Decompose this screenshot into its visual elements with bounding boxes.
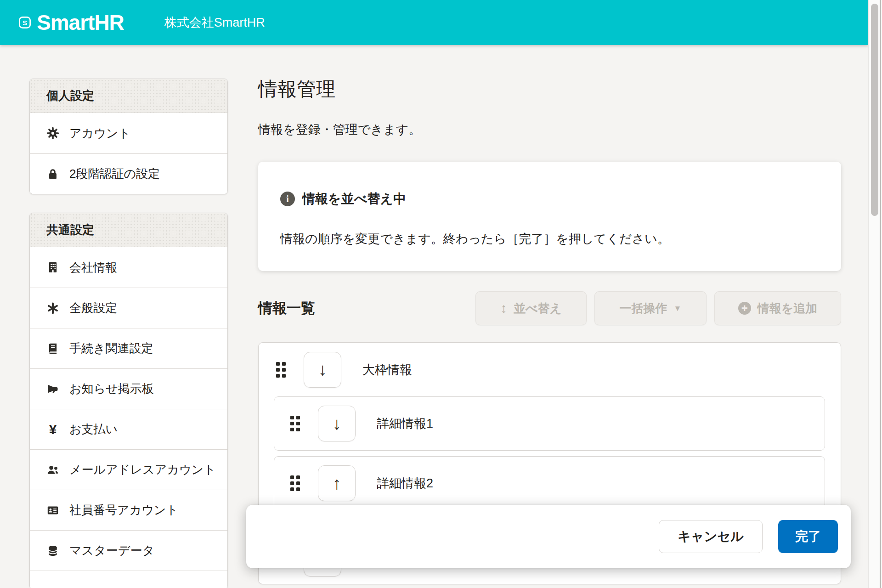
app-viewport: S SmartHR 株式会社SmartHR 個人設定 アカウント 2段階認証の設…	[0, 0, 882, 588]
drag-handle-icon[interactable]	[290, 416, 300, 431]
sidebar-item-label: 社員番号アカウント	[69, 502, 178, 518]
add-info-button[interactable]: + 情報を追加	[714, 291, 841, 325]
common-settings-card: 共通設定 会社情報 全般設定 手続き関連設定	[29, 213, 228, 588]
sidebar-item-partial	[30, 571, 227, 588]
page-subtitle: 情報を登録・管理できます。	[258, 121, 421, 138]
reorder-notice-panel: i 情報を並べ替え中 情報の順序を変更できます。終わったら［完了］を押してくださ…	[258, 162, 841, 271]
list-row-nested: ↓ 詳細情報1	[274, 396, 825, 451]
yen-icon: ¥	[46, 423, 59, 436]
sidebar-item-label: 2段階認証の設定	[69, 166, 160, 182]
list-row-label: 詳細情報2	[377, 475, 433, 492]
move-up-button[interactable]: ↑	[318, 465, 356, 501]
sidebar-item-label: 手続き関連設定	[69, 340, 153, 356]
sidebar-item-label: メールアドレスアカウント	[69, 462, 216, 478]
done-button[interactable]: 完了	[778, 520, 838, 553]
sort-button[interactable]: ↕ 並べ替え	[475, 291, 587, 325]
list-row-group: ↓ 大枠情報	[259, 343, 841, 396]
sidebar-item-label: お支払い	[69, 421, 118, 437]
smarthr-logo[interactable]: S SmartHR	[18, 10, 124, 35]
list-toolbar: ↕ 並べ替え 一括操作 ▼ + 情報を追加	[475, 291, 841, 325]
svg-text:S: S	[23, 19, 27, 27]
users-icon	[46, 464, 59, 476]
sort-vertical-icon: ↕	[500, 301, 507, 315]
company-name: 株式会社SmartHR	[164, 14, 265, 31]
list-row-label: 大枠情報	[362, 362, 412, 378]
sidebar-item-procedure-settings[interactable]: 手続き関連設定	[30, 328, 227, 368]
personal-settings-card: 個人設定 アカウント 2段階認証の設定	[29, 79, 228, 194]
list-header-row: 情報一覧 ↕ 並べ替え 一括操作 ▼ + 情報を追加	[258, 291, 841, 325]
brand-name: SmartHR	[37, 10, 124, 35]
add-info-label: 情報を追加	[758, 300, 818, 317]
bulk-actions-button[interactable]: 一括操作 ▼	[594, 291, 707, 325]
drag-handle-icon[interactable]	[276, 362, 286, 378]
info-icon: i	[280, 192, 295, 206]
asterisk-icon	[46, 302, 59, 315]
bulk-actions-label: 一括操作	[620, 300, 667, 317]
sidebar-item-master-data[interactable]: マスターデータ	[30, 530, 227, 571]
sidebar-item-two-factor-auth[interactable]: 2段階認証の設定	[30, 153, 227, 194]
id-card-icon	[46, 504, 59, 517]
megaphone-icon	[46, 383, 59, 396]
sidebar-section-title: 共通設定	[30, 213, 227, 247]
sidebar-item-account[interactable]: アカウント	[30, 113, 227, 153]
settings-sidebar: 個人設定 アカウント 2段階認証の設定 共通設定 会社情報	[29, 79, 228, 588]
cancel-button[interactable]: キャンセル	[659, 520, 763, 553]
window-edge	[880, 0, 881, 588]
list-row-nested: ↑ 詳細情報2	[274, 456, 825, 510]
sidebar-item-payment[interactable]: ¥ お支払い	[30, 409, 227, 449]
list-row-label: 詳細情報1	[377, 415, 433, 432]
sidebar-item-label: 全般設定	[69, 300, 117, 316]
move-down-button[interactable]: ↓	[304, 352, 341, 388]
lock-icon	[46, 168, 59, 181]
sort-button-label: 並べ替え	[514, 300, 562, 317]
page-title: 情報管理	[258, 76, 335, 102]
sidebar-item-email-accounts[interactable]: メールアドレスアカウント	[30, 449, 227, 490]
notice-title: 情報を並べ替え中	[302, 190, 406, 208]
building-icon	[46, 261, 59, 274]
database-icon	[46, 544, 59, 557]
notice-body: 情報の順序を変更できます。終わったら［完了］を押してください。	[280, 231, 815, 248]
book-icon	[46, 342, 59, 355]
plus-circle-icon: +	[738, 302, 751, 315]
move-down-button[interactable]: ↓	[318, 406, 356, 441]
gear-icon	[46, 127, 59, 140]
scrollbar-thumb[interactable]	[871, 4, 878, 216]
caret-down-icon: ▼	[674, 305, 682, 312]
sidebar-item-general-settings[interactable]: 全般設定	[30, 288, 227, 328]
sidebar-item-label: マスターデータ	[69, 543, 154, 559]
list-heading: 情報一覧	[258, 299, 315, 318]
sidebar-item-announcement-board[interactable]: お知らせ掲示板	[30, 368, 227, 409]
app-header: S SmartHR 株式会社SmartHR	[0, 0, 868, 45]
sidebar-section-title: 個人設定	[30, 79, 227, 113]
sidebar-item-label: お知らせ掲示板	[69, 381, 154, 397]
sidebar-item-company-info[interactable]: 会社情報	[30, 247, 227, 288]
drag-handle-icon[interactable]	[290, 475, 300, 491]
sidebar-item-label: 会社情報	[69, 260, 117, 276]
smarthr-logo-icon: S	[18, 16, 31, 29]
sidebar-item-employee-number-accounts[interactable]: 社員番号アカウント	[30, 490, 227, 530]
reorder-action-bar: キャンセル 完了	[246, 505, 851, 568]
sidebar-item-label: アカウント	[69, 125, 130, 141]
